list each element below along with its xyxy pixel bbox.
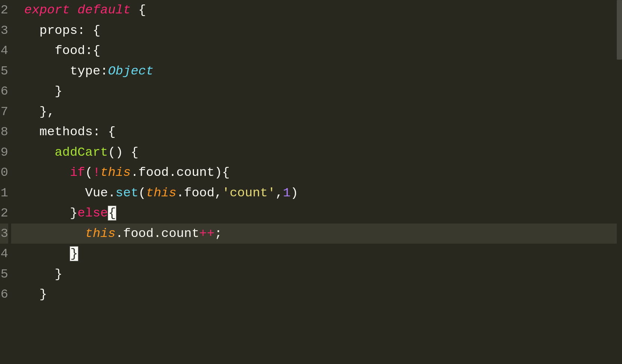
line-number: 0	[0, 162, 8, 183]
code-line[interactable]: },	[11, 102, 622, 122]
line-number: 4	[0, 41, 8, 61]
code-line[interactable]: }	[11, 284, 622, 305]
string-count: 'count'	[222, 186, 276, 200]
line-number: 5	[0, 264, 8, 285]
op-not: !	[93, 165, 100, 180]
code-line[interactable]: addCart() {	[11, 142, 622, 163]
code-line[interactable]: Vue.set(this.food,'count',1)	[11, 183, 622, 203]
prop-props: props	[40, 23, 78, 38]
op-increment: ++	[199, 227, 214, 241]
code-line[interactable]: }	[11, 264, 622, 285]
code-line[interactable]: }	[11, 81, 622, 102]
line-number: 3	[0, 20, 8, 41]
type-object: Object	[108, 64, 153, 78]
code-editor: 2 3 4 5 6 7 8 9 0 1 2 3 4 5 6 export def…	[0, 0, 622, 364]
code-line[interactable]: if(!this.food.count){	[11, 162, 622, 183]
number-literal: 1	[283, 186, 290, 200]
brace-close: }	[55, 84, 62, 98]
code-line[interactable]: }else{	[11, 203, 622, 224]
line-number: 4	[0, 244, 8, 264]
line-number: 1	[0, 183, 8, 203]
line-number: 5	[0, 61, 8, 82]
brace-close: }	[55, 267, 62, 281]
keyword-if: if	[70, 165, 85, 180]
code-line[interactable]: export default {	[11, 0, 622, 20]
line-number: 6	[0, 284, 8, 305]
line-number: 2	[0, 203, 8, 224]
keyword-else: else	[78, 206, 108, 220]
ident-vue: Vue	[85, 186, 108, 200]
bracket-match-open: {	[108, 206, 116, 221]
code-line[interactable]: }	[11, 244, 622, 264]
method-set: set	[116, 186, 138, 200]
line-number: 9	[0, 142, 8, 163]
prop-type: type	[70, 64, 100, 78]
keyword-this: this	[146, 186, 176, 200]
func-addcart: addCart	[55, 145, 108, 159]
keyword-default: default	[78, 3, 131, 17]
code-line[interactable]: type:Object	[11, 61, 622, 82]
prop-methods: methods	[40, 125, 93, 139]
line-number-active: 3	[0, 224, 8, 244]
code-line-active[interactable]: this.food.count++;	[11, 224, 622, 244]
prop-food: food	[55, 44, 85, 58]
brace-close: },	[40, 105, 55, 119]
code-line[interactable]: food:{	[11, 41, 622, 61]
line-number: 7	[0, 102, 8, 122]
brace-close: }	[40, 287, 47, 301]
keyword-export: export	[24, 3, 70, 17]
code-line[interactable]: props: {	[11, 20, 622, 41]
vertical-scrollbar[interactable]	[617, 0, 622, 364]
keyword-this: this	[100, 165, 131, 180]
line-number: 8	[0, 122, 8, 142]
code-area[interactable]: export default { props: { food:{ type:Ob…	[11, 0, 622, 364]
line-number: 2	[0, 0, 8, 20]
keyword-this: this	[85, 227, 116, 241]
scrollbar-thumb[interactable]	[617, 0, 622, 60]
bracket-match-close: }	[70, 246, 78, 261]
line-number-gutter: 2 3 4 5 6 7 8 9 0 1 2 3 4 5 6	[0, 0, 11, 364]
brace-open: {	[138, 3, 146, 17]
line-number: 6	[0, 81, 8, 102]
code-line[interactable]: methods: {	[11, 122, 622, 142]
